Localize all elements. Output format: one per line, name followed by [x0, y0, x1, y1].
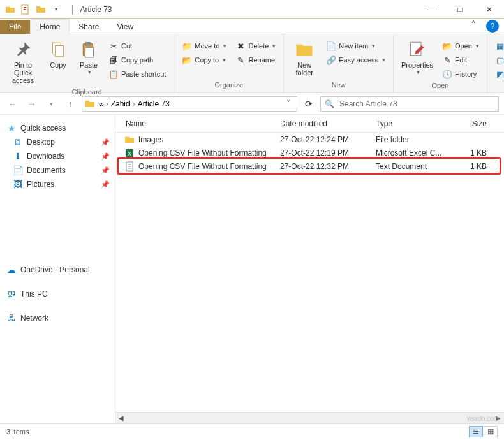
- file-size: 1 KB: [454, 162, 492, 171]
- collapse-ribbon-button[interactable]: ˄: [466, 17, 481, 34]
- copy-to-icon: 📂: [182, 55, 192, 65]
- new-folder-button[interactable]: New folder: [289, 37, 320, 79]
- sidebar-desktop[interactable]: 🖥Desktop📌: [0, 135, 115, 149]
- rename-icon: ✎: [235, 55, 246, 65]
- chevron-right-icon[interactable]: ›: [105, 99, 110, 108]
- horizontal-scrollbar[interactable]: ◀ ▶: [115, 412, 504, 423]
- nav-back-button[interactable]: ←: [5, 96, 20, 112]
- chevron-right-icon[interactable]: ›: [131, 99, 137, 108]
- breadcrumb-part-1[interactable]: Article 73: [138, 99, 170, 108]
- file-date: 27-Oct-22 12:19 PM: [275, 149, 371, 158]
- paste-shortcut-icon: 📋: [108, 69, 119, 79]
- properties-icon[interactable]: [19, 3, 33, 17]
- rename-button[interactable]: ✎Rename: [233, 54, 278, 66]
- move-to-button[interactable]: 📁Move to▾: [179, 40, 229, 52]
- copy-to-button[interactable]: 📂Copy to▾: [179, 54, 229, 66]
- nav-up-button[interactable]: ↑: [63, 96, 78, 112]
- search-icon: 🔍: [325, 99, 334, 108]
- status-item-count: 3 items: [6, 428, 29, 436]
- column-header-date[interactable]: Date modified: [275, 119, 371, 128]
- folder-icon-2[interactable]: [34, 3, 48, 17]
- tab-view[interactable]: View: [108, 20, 142, 34]
- select-all-button[interactable]: ▦Select all: [493, 40, 504, 52]
- ribbon-group-open: Properties ▾ 📂Open▾ ✎Edit 🕓History Open: [394, 34, 487, 92]
- window-title: Article 73: [80, 5, 112, 14]
- ribbon-group-organize: 📁Move to▾ 📂Copy to▾ ✖Delete▾ ✎Rename Org…: [174, 34, 284, 92]
- file-row[interactable]: XOpening CSV File Without Formatting27-O…: [115, 146, 504, 159]
- pictures-icon: 🖼: [13, 179, 23, 189]
- titlebar: ▾ │ Article 73 — □ ✕: [0, 0, 504, 19]
- sidebar-quick-access[interactable]: ★Quick access: [0, 121, 115, 135]
- txt-icon: [124, 161, 135, 172]
- breadcrumb-part-0[interactable]: Zahid: [111, 99, 130, 108]
- select-none-button[interactable]: ▢Select none: [493, 54, 504, 66]
- search-input[interactable]: [338, 99, 494, 109]
- details-view-button[interactable]: ☰: [469, 426, 483, 437]
- xlsx-icon: X: [124, 148, 135, 158]
- edit-button[interactable]: ✎Edit: [440, 54, 482, 66]
- sidebar-pictures[interactable]: 🖼Pictures📌: [0, 177, 115, 191]
- pin-label: Pin to Quick access: [6, 61, 40, 84]
- file-row[interactable]: Opening CSV File Without Formatting27-Oc…: [115, 159, 504, 173]
- nav-recent-button[interactable]: ▾: [43, 96, 59, 112]
- network-icon: 🖧: [6, 313, 17, 323]
- history-button[interactable]: 🕓History: [440, 68, 482, 80]
- tab-file[interactable]: File: [0, 20, 30, 34]
- breadcrumb[interactable]: « › Zahid › Article 73 ˅: [82, 96, 297, 112]
- file-name: Opening CSV File Without Formatting: [138, 162, 267, 171]
- easy-access-button[interactable]: 🔗Easy access▾: [323, 54, 388, 66]
- tab-share[interactable]: Share: [70, 20, 108, 34]
- open-button[interactable]: 📂Open▾: [440, 40, 482, 52]
- nav-forward-button[interactable]: →: [24, 96, 40, 112]
- sidebar-downloads[interactable]: ⬇Downloads📌: [0, 149, 115, 163]
- sidebar-onedrive[interactable]: ☁OneDrive - Personal: [0, 263, 115, 277]
- column-header-size[interactable]: Size: [454, 119, 492, 128]
- column-header-name[interactable]: Name: [115, 119, 275, 128]
- copy-path-button[interactable]: 🗐Copy path: [106, 54, 168, 66]
- invert-selection-button[interactable]: ◩Invert selection: [493, 68, 504, 80]
- new-item-icon: 📄: [326, 41, 336, 51]
- properties-button[interactable]: Properties ▾: [399, 37, 436, 78]
- watermark: wsxdn.com: [467, 415, 499, 422]
- svg-rect-4: [85, 42, 91, 45]
- sidebar-this-pc[interactable]: 🖳This PC: [0, 287, 115, 301]
- file-row[interactable]: Images27-Oct-22 12:24 PMFile folder: [115, 133, 504, 146]
- cut-button[interactable]: ✂Cut: [106, 40, 168, 52]
- paste-button[interactable]: Paste ▾: [75, 37, 102, 78]
- copy-path-icon: 🗐: [108, 55, 119, 65]
- pin-to-quick-access-button[interactable]: Pin to Quick access: [5, 37, 41, 87]
- new-item-button[interactable]: 📄New item▾: [323, 40, 388, 52]
- refresh-button[interactable]: ⟳: [301, 96, 316, 112]
- help-button[interactable]: ?: [486, 20, 499, 33]
- new-folder-label: New folder: [290, 61, 318, 77]
- svg-rect-2: [56, 46, 64, 57]
- organize-group-label: Organize: [179, 80, 278, 90]
- pin-icon: 📌: [101, 166, 110, 175]
- ribbon-group-new: New folder 📄New item▾ 🔗Easy access▾ New: [284, 34, 394, 92]
- select-none-icon: ▢: [495, 55, 504, 65]
- thumbnails-view-button[interactable]: ▦: [484, 426, 498, 437]
- file-date: 27-Oct-22 12:32 PM: [275, 162, 371, 171]
- ribbon-tabs: File Home Share View ˄ ?: [0, 19, 504, 34]
- star-icon: ★: [6, 123, 17, 133]
- invert-selection-icon: ◩: [495, 69, 504, 79]
- paste-shortcut-button[interactable]: 📋Paste shortcut: [106, 68, 168, 80]
- search-box[interactable]: 🔍: [320, 96, 499, 112]
- copy-label: Copy: [50, 61, 66, 69]
- scroll-track[interactable]: [127, 414, 493, 423]
- breadcrumb-history-dropdown[interactable]: ˅: [283, 99, 294, 108]
- sidebar-documents[interactable]: 📄Documents📌: [0, 163, 115, 177]
- copy-button[interactable]: Copy: [45, 37, 71, 71]
- scroll-left-arrow[interactable]: ◀: [115, 413, 127, 424]
- delete-icon: ✖: [235, 41, 246, 51]
- minimize-button[interactable]: —: [416, 0, 445, 19]
- cut-icon: ✂: [108, 41, 119, 51]
- ribbon-group-select: ▦Select all ▢Select none ◩Invert selecti…: [487, 34, 504, 92]
- tab-home[interactable]: Home: [30, 19, 70, 34]
- delete-button[interactable]: ✖Delete▾: [233, 40, 278, 52]
- column-header-type[interactable]: Type: [371, 119, 454, 128]
- sidebar-network[interactable]: 🖧Network: [0, 311, 115, 325]
- chevron-down-icon[interactable]: ▾: [49, 3, 63, 17]
- folder-icon[interactable]: [3, 3, 17, 17]
- pin-icon: 📌: [101, 180, 110, 189]
